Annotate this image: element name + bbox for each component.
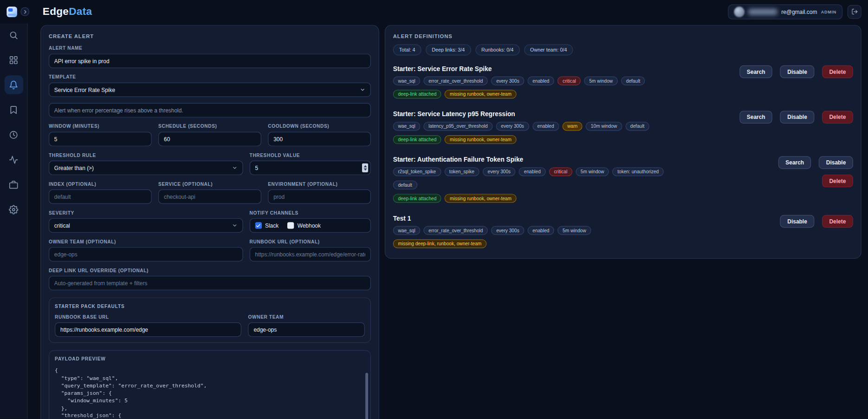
index-input[interactable] [49,190,152,204]
sidebar-item-jobs[interactable] [4,175,23,194]
runbook-base-url-label: RUNBOOK BASE URL [55,314,241,320]
delete-alert-button[interactable]: Delete [822,215,853,228]
webhook-checkbox-label: Webhook [298,223,321,229]
alert-tag: default [393,181,417,190]
sidebar-item-dashboard[interactable] [4,51,23,70]
slack-checkbox-label: Slack [265,223,279,229]
app-window: EdgeData re@gmail.com ADMIN [0,0,868,419]
alert-tag-row: wae_sqlerror_rate_over_thresholdevery 30… [393,226,772,235]
disable-alert-button[interactable]: Disable [780,215,814,228]
brand-primary: Edge [43,6,69,17]
alert-definitions-title: ALERT DEFINITIONS [393,33,853,39]
runbook-url-label: RUNBOOK URL (OPTIONAL) [250,239,371,244]
alert-tag: wae_sql [393,77,421,85]
threshold-rule-label: THRESHOLD RULE [49,152,243,158]
summary-chip: Owner team: 0/4 [524,44,573,55]
deep-link-override-input[interactable] [49,276,371,290]
cooldown-seconds-label: COOLDOWN (SECONDS) [268,124,371,129]
search-alert-button[interactable]: Search [778,156,811,169]
delete-alert-button[interactable]: Delete [822,175,853,187]
starter-owner-team-input[interactable] [248,322,365,337]
chevron-down-icon [360,87,365,92]
alert-tag: error_rate_over_threshold [424,77,488,85]
alert-tag: 5m window [557,226,591,235]
webhook-checkbox[interactable]: Webhook [287,222,321,229]
alert-card-content: Starter: Authentication Failure Token Sp… [393,156,778,203]
sidebar-toggle-button[interactable] [20,7,29,16]
alert-tag: token_spike [444,167,479,176]
alert-tag: enabled [528,226,555,235]
user-pill: re@gmail.com ADMIN [728,4,842,19]
topbar: EdgeData re@gmail.com ADMIN [0,0,868,23]
delete-alert-button[interactable]: Delete [822,111,853,124]
sidebar-item-bookmarks[interactable] [4,100,23,119]
admin-badge: ADMIN [821,9,836,14]
clock-icon [9,130,18,139]
payload-scrollbar[interactable] [365,373,368,419]
create-alert-panel: CREATE ALERT ALERT NAME TEMPLATE Service… [40,25,379,419]
alert-title: Starter: Service Error Rate Spike [393,65,732,72]
payload-preview-box: PAYLOAD PREVIEW { "type": "wae_sql", "qu… [49,350,371,419]
number-stepper-icon[interactable] [362,164,368,172]
payload-preview-code: { "type": "wae_sql", "query_template": "… [55,367,365,419]
checkbox-unchecked-icon [287,222,294,229]
threshold-rule-value: Greater than (>) [54,165,94,171]
slack-checkbox[interactable]: Slack [255,222,279,229]
alert-name-label: ALERT NAME [49,46,371,51]
template-select[interactable]: Service Error Rate Spike [49,83,371,97]
search-icon [9,30,18,39]
sidebar-item-activity[interactable] [4,150,23,169]
logout-button[interactable] [848,5,862,19]
severity-label: SEVERITY [49,210,243,216]
alert-actions: SearchDisableDelete [739,111,853,124]
owner-team-input[interactable] [49,247,243,262]
alert-tag: error_rate_over_threshold [424,226,488,235]
delete-alert-button[interactable]: Delete [822,65,853,78]
alert-tag: every 300s [496,122,529,131]
environment-input[interactable] [268,190,371,204]
alert-tag: default [625,122,649,131]
sidebar-item-alerts[interactable] [4,75,23,94]
service-input[interactable] [158,190,261,204]
alert-tag: every 300s [483,167,516,176]
alert-tag: 5m window [576,167,609,176]
alert-tag: critical [549,167,572,176]
alert-tag: enabled [528,77,555,85]
runbook-url-input[interactable] [250,247,371,262]
disable-alert-button[interactable]: Disable [780,65,814,78]
disable-alert-button[interactable]: Disable [780,111,814,124]
bookmark-icon [9,105,18,114]
alert-status-badge: missing deep-link, runbook, owner-team [393,239,486,248]
summary-chips: Total: 4Deep links: 3/4Runbooks: 0/4Owne… [393,44,853,55]
alert-action-row: Delete [822,175,853,187]
threshold-value-label: THRESHOLD VALUE [250,152,371,158]
schedule-seconds-input[interactable] [158,132,261,146]
alert-card: Test 1wae_sqlerror_rate_over_thresholdev… [393,215,853,249]
search-alert-button[interactable]: Search [739,111,772,124]
alert-status-badge: deep-link attached [393,194,441,203]
runbook-base-url-input[interactable] [55,322,241,337]
alert-status-row: missing deep-link, runbook, owner-team [393,239,772,248]
threshold-value-input[interactable] [250,161,371,175]
alert-tag: every 300s [491,226,524,235]
alert-name-input[interactable] [49,54,371,68]
owner-team-label: OWNER TEAM (OPTIONAL) [49,239,243,244]
template-select-value: Service Error Rate Spike [54,87,115,93]
alert-card: Starter: Authentication Failure Token Sp… [393,156,853,203]
threshold-rule-select[interactable]: Greater than (>) [49,161,243,175]
window-minutes-input[interactable] [49,132,152,146]
brand-secondary: Data [69,6,92,17]
search-alert-button[interactable]: Search [739,65,772,78]
gear-icon [9,205,18,214]
sidebar-item-settings[interactable] [4,200,23,219]
alert-actions: DisableDelete [780,215,853,228]
severity-select[interactable]: critical [49,218,243,233]
index-label: INDEX (OPTIONAL) [49,181,152,187]
create-alert-title: CREATE ALERT [49,33,371,39]
activity-pulse-icon [9,155,18,164]
disable-alert-button[interactable]: Disable [819,156,853,169]
sidebar-item-history[interactable] [4,125,23,144]
email-redacted-blur [749,8,777,14]
cooldown-seconds-input[interactable] [268,132,371,146]
sidebar-item-search[interactable] [4,26,23,45]
